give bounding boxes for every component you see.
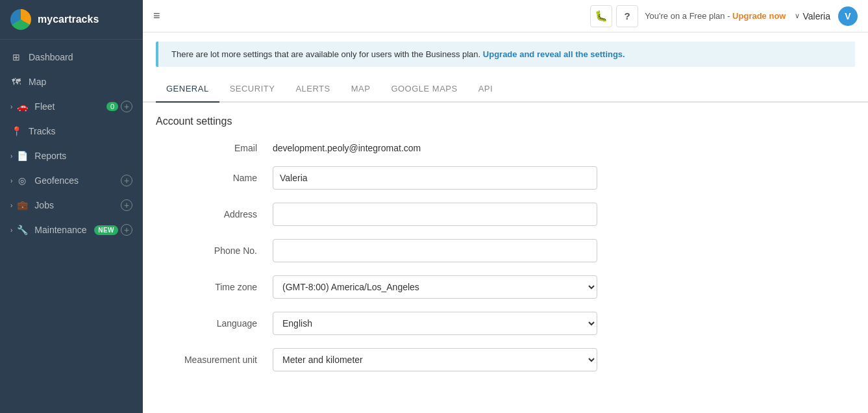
- car-icon: 🚗: [16, 101, 28, 112]
- measurement-label: Measurement unit: [156, 355, 273, 365]
- name-row: Name: [156, 166, 842, 190]
- tab-security[interactable]: SECURITY: [219, 76, 286, 101]
- sidebar-label-tracks: Tracks: [29, 126, 55, 136]
- jobs-add-button[interactable]: +: [121, 199, 132, 211]
- plan-info: You're on a Free plan - Upgrade now: [645, 11, 786, 21]
- tab-general[interactable]: GENERAL: [156, 76, 219, 103]
- sidebar-label-dashboard: Dashboard: [29, 52, 73, 62]
- logo-icon: [10, 9, 31, 30]
- upgrade-banner: There are lot more settings that are ava…: [156, 42, 855, 67]
- sidebar-label-fleet: Fleet: [34, 101, 55, 112]
- sidebar-item-dashboard[interactable]: ⊞ Dashboard: [0, 45, 143, 69]
- upgrade-link[interactable]: Upgrade now: [732, 11, 786, 21]
- fleet-chevron-icon: ›: [10, 103, 12, 110]
- maintenance-wrench-icon: 🔧: [16, 224, 28, 236]
- grid-icon: ⊞: [10, 51, 22, 63]
- main-content: ≡ 🐛 ? You're on a Free plan - Upgrade no…: [143, 0, 868, 413]
- phone-label: Phone No.: [156, 245, 273, 256]
- banner-text: There are lot more settings that are ava…: [171, 49, 483, 59]
- sidebar-label-geofences: Geofences: [34, 175, 79, 186]
- reports-chevron-icon: ›: [10, 153, 12, 160]
- timezone-select[interactable]: (GMT-8:00) America/Los_Angeles(GMT-5:00)…: [273, 275, 597, 299]
- topbar: ≡ 🐛 ? You're on a Free plan - Upgrade no…: [143, 0, 868, 32]
- phone-input[interactable]: [273, 239, 597, 262]
- user-menu[interactable]: ∨ Valeria: [795, 11, 834, 21]
- sidebar-label-reports: Reports: [34, 151, 66, 161]
- tracks-pin-icon: 📍: [10, 125, 22, 137]
- menu-icon[interactable]: ≡: [153, 9, 160, 23]
- address-input[interactable]: [273, 203, 597, 226]
- banner-upgrade-link[interactable]: Upgrade and reveal all the settings.: [483, 49, 625, 59]
- sidebar-item-fleet[interactable]: › 🚗 Fleet 0 +: [0, 94, 143, 119]
- tab-google-maps[interactable]: GOOGLE MAPS: [380, 76, 467, 101]
- sidebar-item-reports[interactable]: › 📄 Reports: [0, 144, 143, 168]
- name-label: Name: [156, 173, 273, 183]
- geofences-circle-icon: ◎: [16, 175, 28, 186]
- sidebar-item-map[interactable]: 🗺 Map: [0, 69, 143, 94]
- language-row: Language English Spanish French German I…: [156, 312, 842, 335]
- bug-icon[interactable]: 🐛: [590, 5, 612, 27]
- sidebar-item-geofences[interactable]: › ◎ Geofences +: [0, 168, 143, 193]
- tab-api[interactable]: API: [468, 76, 503, 101]
- measurement-select[interactable]: Meter and kilometer Mile and yard Feet a…: [273, 348, 597, 371]
- account-settings-form: Account settings Email development.peoly…: [143, 103, 868, 397]
- plan-text: You're on a Free plan -: [645, 11, 732, 21]
- address-label: Address: [156, 209, 273, 219]
- email-label: Email: [156, 143, 273, 153]
- maintenance-chevron-icon: ›: [10, 227, 12, 234]
- email-value: development.peoly@integromat.com: [273, 143, 421, 153]
- jobs-chevron-icon: ›: [10, 202, 12, 209]
- timezone-row: Time zone (GMT-8:00) America/Los_Angeles…: [156, 275, 842, 299]
- content-area: There are lot more settings that are ava…: [143, 32, 868, 413]
- language-select[interactable]: English Spanish French German Italian: [273, 312, 597, 335]
- geofences-chevron-icon: ›: [10, 177, 12, 184]
- map-icon: 🗺: [10, 76, 22, 88]
- settings-tabs: GENERAL SECURITY ALERTS MAP GOOGLE MAPS …: [143, 76, 868, 103]
- tab-alerts[interactable]: ALERTS: [285, 76, 340, 101]
- sidebar-item-tracks[interactable]: 📍 Tracks: [0, 119, 143, 144]
- user-name: Valeria: [802, 11, 830, 21]
- sidebar-label-map: Map: [29, 77, 46, 87]
- sidebar-nav: ⊞ Dashboard 🗺 Map › 🚗 Fleet 0 + 📍 Tracks…: [0, 40, 143, 247]
- address-row: Address: [156, 203, 842, 226]
- logo-text: mycartracks: [38, 14, 99, 25]
- avatar[interactable]: V: [838, 6, 858, 26]
- sidebar-label-maintenance: Maintenance: [34, 225, 86, 235]
- email-row: Email development.peoly@integromat.com: [156, 143, 842, 153]
- tab-map[interactable]: MAP: [341, 76, 381, 101]
- language-label: Language: [156, 318, 273, 329]
- sidebar-item-jobs[interactable]: › 💼 Jobs +: [0, 193, 143, 218]
- fleet-add-button[interactable]: +: [121, 101, 132, 112]
- sidebar: mycartracks ⊞ Dashboard 🗺 Map › 🚗 Fleet …: [0, 0, 143, 413]
- sidebar-label-jobs: Jobs: [34, 200, 54, 210]
- phone-row: Phone No.: [156, 239, 842, 262]
- sidebar-item-maintenance[interactable]: › 🔧 Maintenance NEW +: [0, 218, 143, 242]
- maintenance-new-badge: NEW: [94, 225, 118, 235]
- sidebar-logo: mycartracks: [0, 0, 143, 40]
- help-icon[interactable]: ?: [616, 5, 638, 27]
- maintenance-add-button[interactable]: +: [121, 224, 132, 236]
- reports-doc-icon: 📄: [16, 150, 28, 162]
- jobs-briefcase-icon: 💼: [16, 199, 28, 211]
- geofences-add-button[interactable]: +: [121, 175, 132, 186]
- name-input[interactable]: [273, 166, 597, 190]
- timezone-label: Time zone: [156, 282, 273, 292]
- fleet-badge: 0: [106, 102, 118, 111]
- user-chevron-icon: ∨: [795, 12, 800, 20]
- section-title: Account settings: [156, 116, 842, 127]
- measurement-row: Measurement unit Meter and kilometer Mil…: [156, 348, 842, 371]
